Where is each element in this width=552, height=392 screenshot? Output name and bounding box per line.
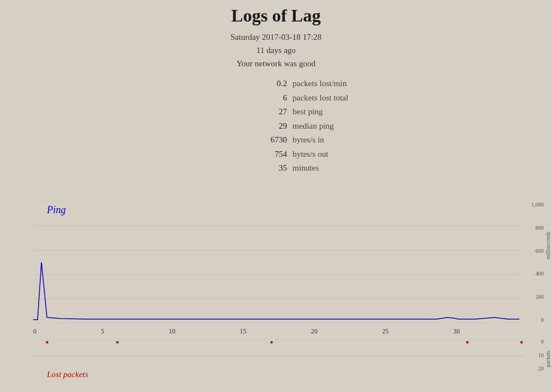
lost-packets-svg [33,340,524,373]
stat-value: 35 [257,161,287,176]
y-axis-packets-label: packets [545,345,551,373]
stat-label: median ping [293,119,365,134]
y-axis-ms-label: milliseconds [545,224,551,268]
stat-value: 29 [257,119,287,134]
lost-packet-5 [521,341,523,343]
x-label-5: 5 [101,327,104,336]
y-packet-0: 0 [538,338,544,345]
y-packet-10: 10 [538,352,544,358]
stat-value: 0.2 [257,77,287,91]
lost-packet-2 [117,341,119,343]
y-label-600: 600 [532,248,544,254]
x-label-20: 20 [311,327,318,336]
y-axis-right-packets: 0 10 20 [538,338,544,372]
stat-label: packets lost total [293,91,365,105]
stat-label: bytes/s out [293,147,365,162]
stat-label: packets lost/min [293,77,365,91]
lost-chart-container [33,340,524,373]
relative-time: 11 days ago [0,44,552,57]
y-axis-right-ms: 1,000 800 600 400 200 0 [532,202,544,323]
stat-value: 6 [257,91,287,105]
stat-label: bytes/s in [293,133,365,147]
lost-packets-label: Lost packets [47,370,88,379]
x-label-0: 0 [33,327,36,336]
y-label-800: 800 [532,225,544,231]
ping-chart-container [33,202,524,323]
x-label-10: 10 [169,327,175,336]
x-label-25: 25 [382,327,389,336]
stat-value: 27 [257,105,287,119]
session-date: Saturday 2017-03-18 17:28 [0,30,552,44]
y-label-0: 0 [532,317,544,323]
chart-area: Ping 0 5 10 15 20 25 30 1,000 800 600 [0,196,552,392]
y-packet-20: 20 [538,365,544,372]
x-label-30: 30 [453,327,460,336]
ping-chart-svg [33,202,519,323]
stat-label: best ping [293,105,365,119]
stat-row: 29median ping [188,119,365,134]
stat-row: 6730bytes/s in [188,133,365,147]
stat-row: 0.2packets lost/min [188,77,365,91]
x-axis-labels: 0 5 10 15 20 25 30 [33,327,524,336]
stat-row: 6packets lost total [188,91,365,105]
date-section: Saturday 2017-03-18 17:28 11 days ago Yo… [0,30,552,70]
y-label-1000: 1,000 [532,202,544,208]
stat-value: 754 [257,147,287,162]
stat-label: minutes [293,161,365,176]
stat-row: 27best ping [188,105,365,119]
stat-row: 35minutes [188,161,365,176]
y-label-200: 200 [532,294,544,300]
stats-section: 0.2packets lost/min6packets lost total27… [0,77,552,176]
page-title: Logs of Lag [0,0,552,26]
ping-line [33,262,519,320]
x-label-15: 15 [240,327,246,336]
stat-value: 6730 [257,133,287,147]
network-status: Your network was good [0,57,552,70]
stat-row: 754bytes/s out [188,147,365,162]
y-label-400: 400 [532,271,544,277]
lost-packet-1 [46,341,48,343]
lost-packet-3 [270,341,272,343]
lost-packet-4 [466,341,469,343]
